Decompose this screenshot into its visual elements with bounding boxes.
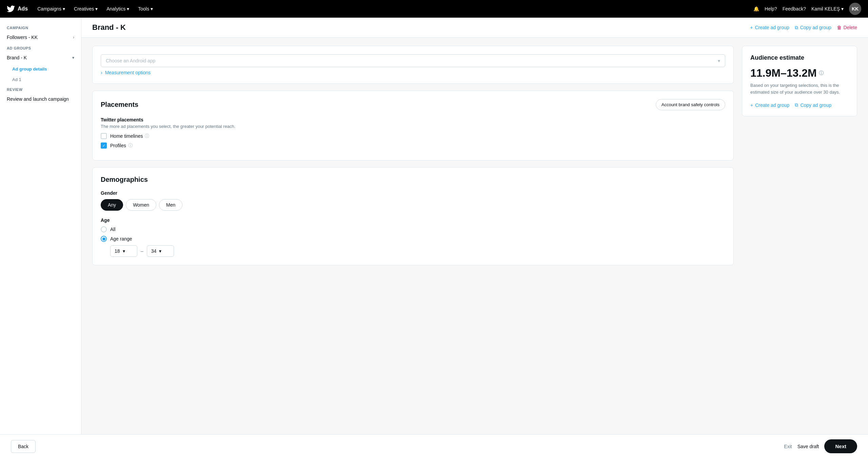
app-name: Ads	[18, 6, 28, 12]
app-logo: Ads	[7, 5, 28, 13]
user-menu[interactable]: Kamil KELEŞ	[811, 6, 844, 12]
placement-profiles-label: Profiles ⓘ	[110, 142, 133, 149]
main-content: Brand - K + Create ad group ⧉ Copy ad gr…	[81, 18, 868, 458]
age-all-radio[interactable]	[101, 226, 107, 232]
audience-info-icon: ⓘ	[819, 70, 824, 76]
avatar[interactable]: KK	[849, 3, 861, 15]
menu-campaigns[interactable]: Campaigns	[33, 4, 69, 14]
chevron-down-icon	[151, 6, 153, 12]
brand-safety-button[interactable]: Account brand safety controls	[656, 99, 725, 110]
help-link[interactable]: Help?	[765, 6, 777, 12]
sidebar-item-ad-group-details[interactable]: Ad group details	[0, 64, 81, 74]
exit-button[interactable]: Exit	[784, 444, 792, 449]
gender-men-button[interactable]: Men	[159, 199, 182, 211]
measurement-options-toggle[interactable]: › Measurement options	[101, 67, 725, 75]
sidebar-review-label: REVIEW	[0, 85, 81, 93]
placements-card: Placements Account brand safety controls…	[92, 91, 734, 160]
bottom-bar: Back Exit Save draft Next	[0, 434, 868, 458]
plus-icon: +	[750, 25, 753, 30]
delete-button[interactable]: 🗑 Delete	[837, 25, 857, 30]
sidebar-item-adgroup[interactable]: Brand - K ▾	[0, 52, 81, 64]
audience-create-ad-group-button[interactable]: + Create ad group	[750, 102, 789, 108]
age-section: Age All Age range	[101, 217, 725, 257]
page-header: Brand - K + Create ad group ⧉ Copy ad gr…	[81, 18, 868, 38]
copy-ad-group-button[interactable]: ⧉ Copy ad group	[795, 25, 831, 31]
placements-header: Placements Account brand safety controls	[101, 99, 725, 110]
content-area: Choose an Android app ▾ › Measurement op…	[81, 38, 868, 273]
placements-title: Placements	[101, 101, 138, 109]
copy-icon: ⧉	[795, 25, 798, 31]
age-range-radio[interactable]	[101, 236, 107, 242]
sidebar-item-review[interactable]: Review and launch campaign	[0, 93, 81, 105]
next-button[interactable]: Next	[824, 439, 857, 453]
twitter-icon	[7, 5, 15, 13]
app-select-card: Choose an Android app ▾ › Measurement op…	[92, 46, 734, 84]
layout: CAMPAIGN Followers - KK › AD GROUPS Bran…	[0, 18, 868, 458]
save-draft-button[interactable]: Save draft	[797, 444, 819, 449]
content-main: Choose an Android app ▾ › Measurement op…	[92, 46, 734, 265]
gender-any-button[interactable]: Any	[101, 199, 123, 211]
sidebar-item-campaign[interactable]: Followers - KK ›	[0, 31, 81, 43]
placement-profiles-row: ✓ Profiles ⓘ	[101, 142, 725, 149]
topnav: Ads Campaigns Creatives Analytics Tools …	[0, 0, 868, 18]
topnav-menu: Campaigns Creatives Analytics Tools	[33, 4, 157, 14]
chevron-down-icon: ▾	[72, 55, 74, 60]
audience-estimate-card: Audience estimate 11.9M–13.2M ⓘ Based on…	[742, 46, 857, 116]
age-all-label: All	[110, 227, 116, 232]
page-header-actions: + Create ad group ⧉ Copy ad group 🗑 Dele…	[750, 25, 857, 31]
age-to-select[interactable]: 34 ▾	[147, 245, 174, 257]
age-range-dash: –	[141, 248, 143, 254]
placement-profiles-checkbox[interactable]: ✓	[101, 142, 107, 149]
placement-home-timelines-checkbox[interactable]	[101, 133, 107, 139]
menu-tools[interactable]: Tools	[134, 4, 157, 14]
android-app-select[interactable]: Choose an Android app ▾	[101, 54, 725, 67]
menu-analytics[interactable]: Analytics	[102, 4, 133, 14]
chevron-down-icon: ▾	[159, 248, 161, 254]
plus-icon: +	[750, 102, 753, 108]
sidebar-item-ad1[interactable]: Ad 1	[0, 74, 81, 85]
placements-twitter-sub: The more ad placements you select, the g…	[101, 124, 725, 129]
age-range-row: Age range	[101, 236, 725, 242]
chevron-down-icon: ▾	[123, 248, 125, 254]
chevron-down-icon	[127, 6, 129, 12]
age-from-select[interactable]: 18 ▾	[110, 245, 137, 257]
demographics-title: Demographics	[101, 176, 725, 184]
audience-estimate-title: Audience estimate	[750, 54, 849, 61]
audience-estimate-description: Based on your targeting selections, this…	[750, 82, 849, 95]
page-title: Brand - K	[92, 23, 126, 32]
chevron-down-icon	[95, 6, 98, 12]
placements-twitter-label: Twitter placements	[101, 117, 725, 122]
android-app-placeholder: Choose an Android app	[106, 58, 155, 63]
age-range-label: Age range	[110, 236, 132, 242]
radio-inner	[102, 237, 105, 241]
chevron-right-icon: ›	[101, 70, 102, 75]
placement-home-timelines-row: Home timelines ⓘ	[101, 133, 725, 139]
create-ad-group-button[interactable]: + Create ad group	[750, 25, 789, 30]
age-all-row: All	[101, 226, 725, 232]
notifications-button[interactable]	[753, 6, 759, 12]
feedback-button[interactable]: Feedback?	[783, 6, 806, 12]
chevron-down-icon	[841, 6, 844, 12]
sidebar: CAMPAIGN Followers - KK › AD GROUPS Bran…	[0, 18, 81, 458]
audience-estimate-number: 11.9M–13.2M ⓘ	[750, 67, 849, 79]
menu-creatives[interactable]: Creatives	[70, 4, 102, 14]
sidebar-campaign-label: CAMPAIGN	[0, 23, 81, 31]
trash-icon: 🗑	[837, 25, 842, 30]
demographics-card: Demographics Gender Any Women Men Age Al…	[92, 167, 734, 265]
audience-actions: + Create ad group ⧉ Copy ad group	[750, 102, 849, 108]
copy-icon: ⧉	[795, 102, 798, 108]
chevron-right-icon: ›	[73, 35, 74, 40]
audience-copy-ad-group-button[interactable]: ⧉ Copy ad group	[795, 102, 831, 108]
age-range-selectors: 18 ▾ – 34 ▾	[110, 245, 725, 257]
back-button[interactable]: Back	[11, 440, 36, 453]
gender-women-button[interactable]: Women	[126, 199, 156, 211]
bell-icon	[753, 6, 759, 12]
dropdown-chevron-icon: ▾	[718, 58, 720, 63]
sidebar-adgroups-label: AD GROUPS	[0, 43, 81, 52]
chevron-down-icon	[63, 6, 65, 12]
gender-label: Gender	[101, 190, 725, 196]
placements-section: Twitter placements The more ad placement…	[101, 117, 725, 149]
app-select-row: Choose an Android app ▾	[101, 54, 725, 67]
topnav-right: Help? Feedback? Kamil KELEŞ KK	[753, 3, 861, 15]
gender-buttons: Any Women Men	[101, 199, 725, 211]
